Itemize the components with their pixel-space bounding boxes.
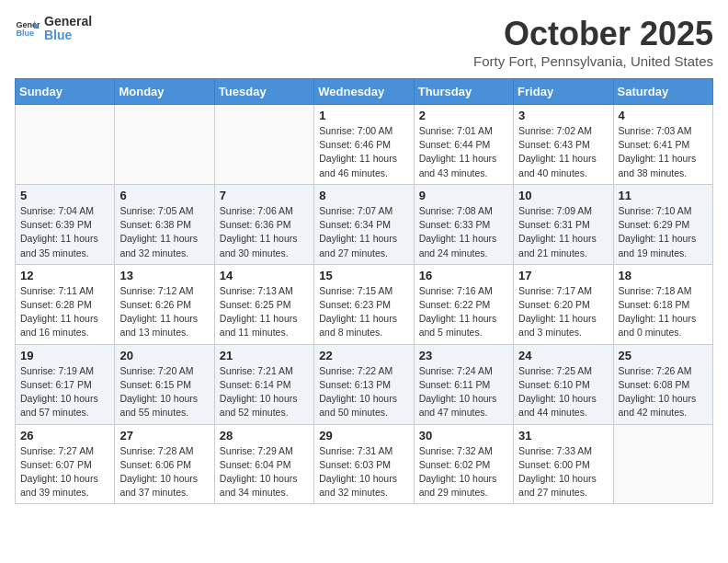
calendar-cell: 5Sunrise: 7:04 AMSunset: 6:39 PMDaylight… <box>16 184 115 264</box>
day-detail: Sunrise: 7:32 AMSunset: 6:02 PMDaylight:… <box>419 444 508 500</box>
logo-text-line1: General <box>44 15 92 29</box>
calendar-cell <box>115 105 214 185</box>
day-detail: Sunrise: 7:16 AMSunset: 6:22 PMDaylight:… <box>419 284 508 340</box>
day-detail: Sunrise: 7:26 AMSunset: 6:08 PMDaylight:… <box>619 364 708 420</box>
calendar-cell: 31Sunrise: 7:33 AMSunset: 6:00 PMDayligh… <box>514 424 613 504</box>
calendar-cell <box>613 424 712 504</box>
day-detail: Sunrise: 7:33 AMSunset: 6:00 PMDaylight:… <box>518 444 608 500</box>
day-detail: Sunrise: 7:31 AMSunset: 6:03 PMDaylight:… <box>319 444 408 500</box>
week-row-4: 19Sunrise: 7:19 AMSunset: 6:17 PMDayligh… <box>16 344 713 424</box>
logo-icon: General Blue <box>15 16 40 41</box>
day-number: 1 <box>319 109 408 122</box>
day-detail: Sunrise: 7:19 AMSunset: 6:17 PMDaylight:… <box>20 364 109 420</box>
day-detail: Sunrise: 7:20 AMSunset: 6:15 PMDaylight:… <box>119 364 209 420</box>
month-title: October 2025 <box>473 15 713 53</box>
day-detail: Sunrise: 7:25 AMSunset: 6:10 PMDaylight:… <box>518 364 608 420</box>
day-number: 21 <box>220 349 309 362</box>
calendar-cell: 1Sunrise: 7:00 AMSunset: 6:46 PMDaylight… <box>314 105 414 185</box>
day-detail: Sunrise: 7:15 AMSunset: 6:23 PMDaylight:… <box>319 284 408 340</box>
calendar-cell: 4Sunrise: 7:03 AMSunset: 6:41 PMDaylight… <box>613 105 712 185</box>
calendar-cell: 30Sunrise: 7:32 AMSunset: 6:02 PMDayligh… <box>414 424 513 504</box>
calendar-cell: 12Sunrise: 7:11 AMSunset: 6:28 PMDayligh… <box>16 264 115 344</box>
day-number: 23 <box>419 349 508 362</box>
weekday-header-thursday: Thursday <box>414 79 513 105</box>
calendar-cell: 24Sunrise: 7:25 AMSunset: 6:10 PMDayligh… <box>514 344 613 424</box>
day-detail: Sunrise: 7:27 AMSunset: 6:07 PMDaylight:… <box>20 444 109 500</box>
day-number: 5 <box>20 189 109 202</box>
calendar-cell <box>16 105 115 185</box>
calendar-cell: 7Sunrise: 7:06 AMSunset: 6:36 PMDaylight… <box>214 184 313 264</box>
week-row-2: 5Sunrise: 7:04 AMSunset: 6:39 PMDaylight… <box>16 184 713 264</box>
day-detail: Sunrise: 7:21 AMSunset: 6:14 PMDaylight:… <box>220 364 309 420</box>
day-number: 27 <box>119 429 209 442</box>
day-detail: Sunrise: 7:01 AMSunset: 6:44 PMDaylight:… <box>419 124 508 180</box>
calendar-cell: 3Sunrise: 7:02 AMSunset: 6:43 PMDaylight… <box>514 105 613 185</box>
calendar-cell: 22Sunrise: 7:22 AMSunset: 6:13 PMDayligh… <box>314 344 414 424</box>
day-number: 2 <box>419 109 508 122</box>
day-detail: Sunrise: 7:09 AMSunset: 6:31 PMDaylight:… <box>518 204 608 260</box>
day-detail: Sunrise: 7:18 AMSunset: 6:18 PMDaylight:… <box>619 284 708 340</box>
calendar-cell: 21Sunrise: 7:21 AMSunset: 6:14 PMDayligh… <box>214 344 313 424</box>
week-row-5: 26Sunrise: 7:27 AMSunset: 6:07 PMDayligh… <box>16 424 713 504</box>
day-detail: Sunrise: 7:17 AMSunset: 6:20 PMDaylight:… <box>518 284 608 340</box>
day-number: 18 <box>619 269 708 282</box>
day-number: 24 <box>518 349 608 362</box>
calendar-cell: 19Sunrise: 7:19 AMSunset: 6:17 PMDayligh… <box>16 344 115 424</box>
calendar-cell: 18Sunrise: 7:18 AMSunset: 6:18 PMDayligh… <box>613 264 712 344</box>
calendar-cell: 29Sunrise: 7:31 AMSunset: 6:03 PMDayligh… <box>314 424 414 504</box>
day-detail: Sunrise: 7:24 AMSunset: 6:11 PMDaylight:… <box>419 364 508 420</box>
day-number: 8 <box>319 189 408 202</box>
day-detail: Sunrise: 7:12 AMSunset: 6:26 PMDaylight:… <box>119 284 209 340</box>
day-number: 9 <box>419 189 508 202</box>
day-number: 17 <box>518 269 608 282</box>
day-number: 13 <box>119 269 209 282</box>
calendar-cell: 2Sunrise: 7:01 AMSunset: 6:44 PMDaylight… <box>414 105 513 185</box>
day-detail: Sunrise: 7:28 AMSunset: 6:06 PMDaylight:… <box>119 444 209 500</box>
day-number: 22 <box>319 349 408 362</box>
weekday-header-sunday: Sunday <box>16 79 115 105</box>
calendar-cell: 14Sunrise: 7:13 AMSunset: 6:25 PMDayligh… <box>214 264 313 344</box>
day-number: 26 <box>20 429 109 442</box>
week-row-3: 12Sunrise: 7:11 AMSunset: 6:28 PMDayligh… <box>16 264 713 344</box>
day-number: 25 <box>619 349 708 362</box>
calendar-cell: 9Sunrise: 7:08 AMSunset: 6:33 PMDaylight… <box>414 184 513 264</box>
calendar-table: SundayMondayTuesdayWednesdayThursdayFrid… <box>15 78 713 504</box>
calendar-cell: 17Sunrise: 7:17 AMSunset: 6:20 PMDayligh… <box>514 264 613 344</box>
calendar-cell: 27Sunrise: 7:28 AMSunset: 6:06 PMDayligh… <box>115 424 214 504</box>
logo-text-line2: Blue <box>44 29 92 42</box>
calendar-cell: 20Sunrise: 7:20 AMSunset: 6:15 PMDayligh… <box>115 344 214 424</box>
weekday-header-row: SundayMondayTuesdayWednesdayThursdayFrid… <box>16 79 713 105</box>
day-detail: Sunrise: 7:29 AMSunset: 6:04 PMDaylight:… <box>220 444 309 500</box>
weekday-header-saturday: Saturday <box>613 79 712 105</box>
weekday-header-monday: Monday <box>115 79 214 105</box>
day-number: 16 <box>419 269 508 282</box>
day-number: 10 <box>518 189 608 202</box>
day-detail: Sunrise: 7:02 AMSunset: 6:43 PMDaylight:… <box>518 124 608 180</box>
day-number: 14 <box>220 269 309 282</box>
day-detail: Sunrise: 7:13 AMSunset: 6:25 PMDaylight:… <box>220 284 309 340</box>
weekday-header-wednesday: Wednesday <box>314 79 414 105</box>
day-number: 7 <box>220 189 309 202</box>
logo: General Blue General Blue <box>15 15 92 43</box>
calendar-cell: 16Sunrise: 7:16 AMSunset: 6:22 PMDayligh… <box>414 264 513 344</box>
calendar-cell: 15Sunrise: 7:15 AMSunset: 6:23 PMDayligh… <box>314 264 414 344</box>
calendar-cell: 13Sunrise: 7:12 AMSunset: 6:26 PMDayligh… <box>115 264 214 344</box>
day-detail: Sunrise: 7:07 AMSunset: 6:34 PMDaylight:… <box>319 204 408 260</box>
day-detail: Sunrise: 7:05 AMSunset: 6:38 PMDaylight:… <box>119 204 209 260</box>
day-number: 4 <box>619 109 708 122</box>
weekday-header-tuesday: Tuesday <box>214 79 313 105</box>
day-detail: Sunrise: 7:11 AMSunset: 6:28 PMDaylight:… <box>20 284 109 340</box>
calendar-cell <box>214 105 313 185</box>
calendar-cell: 26Sunrise: 7:27 AMSunset: 6:07 PMDayligh… <box>16 424 115 504</box>
weekday-header-friday: Friday <box>514 79 613 105</box>
day-detail: Sunrise: 7:08 AMSunset: 6:33 PMDaylight:… <box>419 204 508 260</box>
day-detail: Sunrise: 7:22 AMSunset: 6:13 PMDaylight:… <box>319 364 408 420</box>
day-number: 29 <box>319 429 408 442</box>
svg-text:Blue: Blue <box>16 29 34 39</box>
day-number: 31 <box>518 429 608 442</box>
calendar-cell: 6Sunrise: 7:05 AMSunset: 6:38 PMDaylight… <box>115 184 214 264</box>
day-number: 12 <box>20 269 109 282</box>
day-number: 28 <box>220 429 309 442</box>
calendar-cell: 11Sunrise: 7:10 AMSunset: 6:29 PMDayligh… <box>613 184 712 264</box>
day-number: 6 <box>119 189 209 202</box>
